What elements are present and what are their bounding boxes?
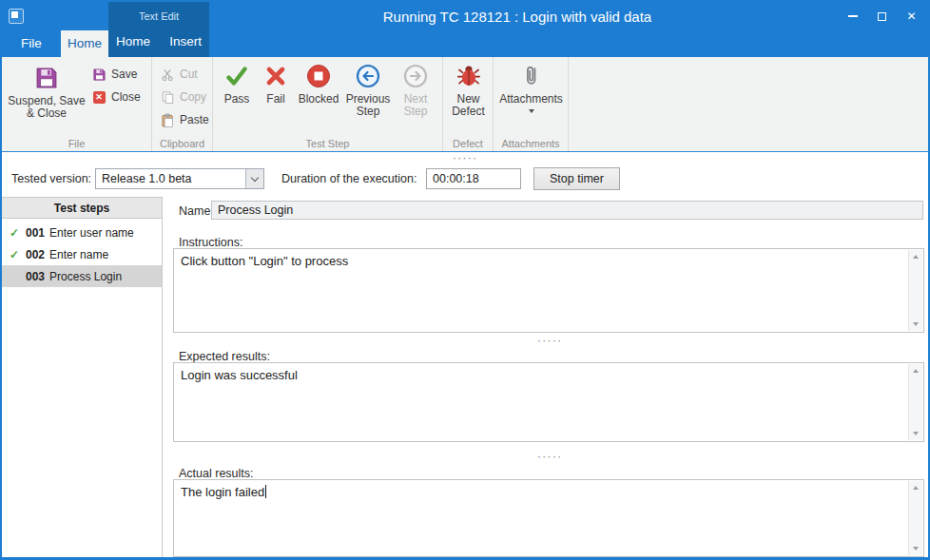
group-label-attachments: Attachments: [494, 138, 568, 149]
step-number: 003: [26, 270, 45, 283]
ribbon-splitter-handle[interactable]: ·····: [2, 153, 928, 164]
maximize-button[interactable]: [867, 2, 897, 30]
tab-home[interactable]: Home: [61, 30, 108, 57]
scroll-down-icon: [913, 432, 919, 435]
expected-results-textarea[interactable]: Login was successful: [173, 362, 924, 442]
save-button[interactable]: Save: [91, 63, 141, 86]
ribbon-group-file: Suspend, Save& Close Save ✕ Close File: [2, 57, 152, 151]
check-icon: ✓: [10, 248, 26, 261]
ribbon-close-button[interactable]: ✕ Close: [91, 86, 141, 108]
tab-file[interactable]: File: [2, 30, 61, 57]
expected-results-text: Login was successful: [181, 368, 904, 383]
tested-version-combobox[interactable]: Release 1.0 beta: [95, 168, 264, 189]
test-steps-panel: Test steps ✓ 001 Enter user name ✓ 002 E…: [2, 197, 163, 557]
previous-step-button[interactable]: Previous Step: [342, 57, 394, 133]
fail-x-icon: [263, 64, 288, 88]
pass-button[interactable]: Pass: [217, 57, 257, 133]
splitter-handle[interactable]: ·····: [171, 336, 928, 347]
instructions-scrollbar[interactable]: [908, 250, 922, 331]
paperclip-icon: [519, 64, 544, 88]
ribbon-group-test-step: Pass Fail Blocked Previous Step: [213, 57, 443, 151]
paste-button[interactable]: Paste: [160, 108, 209, 131]
blocked-button[interactable]: Blocked: [295, 57, 342, 133]
stop-timer-button[interactable]: Stop timer: [533, 167, 620, 190]
contextual-tab-group-text-edit: Text Edit Home Insert: [108, 2, 209, 57]
test-step-row-001[interactable]: ✓ 001 Enter user name: [2, 222, 162, 243]
group-label-file: File: [2, 138, 151, 149]
window-close-button[interactable]: ✕: [897, 2, 926, 30]
step-number: 002: [26, 248, 45, 261]
name-value: Process Login: [218, 203, 293, 217]
window-title: Running TC 128121 : Login with valid dat…: [211, 9, 823, 25]
copy-icon: [160, 89, 175, 105]
window-controls: ✕: [838, 2, 926, 30]
test-step-row-002[interactable]: ✓ 002 Enter name: [2, 243, 162, 265]
scroll-down-icon: [913, 547, 919, 550]
previous-arrow-icon: [356, 64, 380, 88]
step-label: Process Login: [49, 270, 122, 283]
name-field[interactable]: Process Login: [211, 201, 923, 220]
pass-check-icon: [224, 64, 249, 88]
name-label: Name:: [179, 204, 214, 218]
close-icon: ✕: [91, 89, 107, 105]
next-arrow-icon: [403, 64, 428, 88]
combo-dropdown-button[interactable]: [245, 169, 263, 188]
group-label-defect: Defect: [443, 138, 493, 149]
actual-results-scrollbar[interactable]: [908, 481, 922, 555]
group-label-test-step: Test Step: [213, 138, 442, 149]
step-label: Enter name: [49, 248, 108, 261]
instructions-text: Click button "Login" to process: [181, 254, 904, 269]
duration-field[interactable]: 00:00:18: [426, 168, 521, 189]
scroll-up-icon: [913, 486, 919, 490]
ribbon-group-clipboard: Cut Copy Paste Clipboard: [152, 57, 213, 151]
scroll-down-icon: [913, 322, 919, 326]
tab-textedit-home[interactable]: Home: [107, 29, 160, 55]
maximize-icon: [878, 12, 886, 21]
next-step-button[interactable]: Next Step: [394, 57, 437, 133]
app-icon[interactable]: [9, 9, 24, 24]
minimize-icon: [848, 15, 858, 17]
minimize-button[interactable]: [838, 2, 867, 30]
save-close-icon: [34, 66, 59, 90]
tab-textedit-insert[interactable]: Insert: [160, 29, 211, 55]
expected-results-label: Expected results:: [179, 350, 270, 363]
blocked-stop-icon: [306, 64, 331, 88]
expected-results-scrollbar[interactable]: [908, 364, 922, 440]
attachments-button[interactable]: Attachments: [497, 57, 565, 133]
bug-icon: [456, 64, 481, 88]
actual-results-text: The login failed: [181, 485, 904, 500]
suspend-save-close-label: Suspend, Save& Close: [8, 95, 85, 120]
chevron-down-icon: [251, 173, 259, 181]
step-label: Enter user name: [49, 226, 134, 240]
step-number: 001: [26, 226, 45, 240]
copy-button[interactable]: Copy: [160, 86, 209, 108]
actual-results-textarea[interactable]: The login failed: [173, 479, 924, 557]
ribbon: Suspend, Save& Close Save ✕ Close File: [2, 57, 928, 152]
text-caret: [265, 485, 266, 498]
test-steps-header: Test steps: [2, 198, 162, 219]
cut-button[interactable]: Cut: [160, 63, 209, 86]
clipboard-icon: [160, 112, 175, 127]
tested-version-value: Release 1.0 beta: [102, 172, 192, 185]
duration-label: Duration of the execution:: [281, 172, 417, 185]
duration-value: 00:00:18: [433, 172, 479, 185]
scroll-up-icon: [913, 255, 919, 259]
tested-version-label: Tested version:: [11, 172, 91, 185]
ribbon-tab-row: File Home: [2, 30, 108, 57]
contextual-group-title: Text Edit: [108, 2, 209, 29]
scroll-up-icon: [913, 369, 919, 373]
app-window: Running TC 128121 : Login with valid dat…: [0, 0, 930, 560]
save-icon: [91, 67, 107, 82]
execution-toolbar: Tested version: Release 1.0 beta Duratio…: [2, 164, 928, 193]
splitter-handle[interactable]: ·····: [171, 452, 928, 463]
fail-button[interactable]: Fail: [257, 57, 295, 133]
suspend-save-close-button[interactable]: Suspend, Save& Close: [6, 59, 87, 135]
step-detail-panel: Name: Process Login Instructions: Click …: [171, 197, 928, 557]
test-step-row-003[interactable]: 003 Process Login: [2, 265, 162, 287]
new-defect-button[interactable]: New Defect: [446, 57, 491, 133]
scissors-icon: [160, 67, 175, 82]
check-icon: ✓: [10, 226, 26, 240]
instructions-label: Instructions:: [179, 236, 242, 249]
dropdown-arrow-icon: [529, 109, 534, 113]
instructions-textarea[interactable]: Click button "Login" to process: [173, 248, 924, 333]
